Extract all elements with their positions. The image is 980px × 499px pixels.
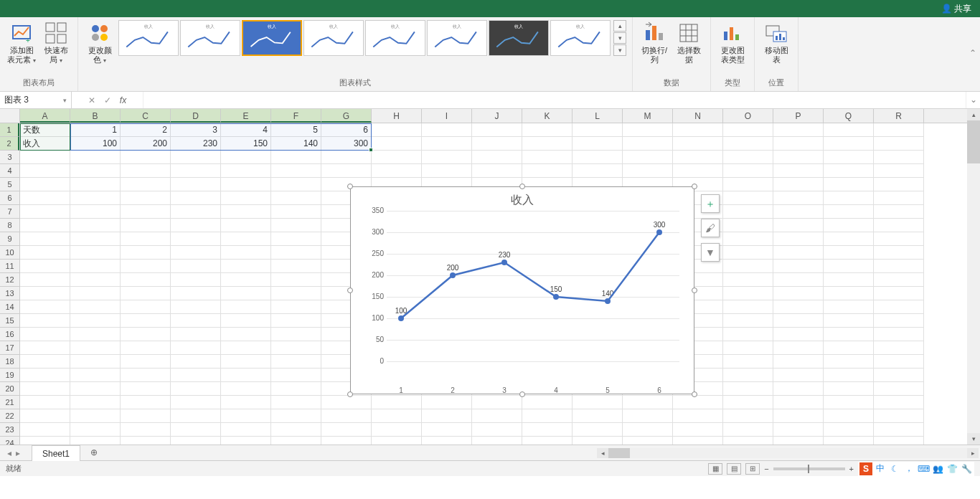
cell-N24[interactable] [673,437,723,445]
cell-R11[interactable] [874,260,924,273]
cell-R8[interactable] [874,219,924,232]
cell-E17[interactable] [221,341,271,355]
cell-B21[interactable] [70,396,121,409]
cell-Q20[interactable] [824,382,874,396]
cell-O18[interactable] [723,355,773,369]
cell-Q12[interactable] [824,273,874,287]
cell-E21[interactable] [221,396,271,409]
cell-G21[interactable] [321,396,372,409]
row-header-10[interactable]: 10 [0,246,19,260]
cell-B10[interactable] [70,246,121,260]
cell-R13[interactable] [874,287,924,300]
cell-O6[interactable] [723,191,773,205]
cell-Q5[interactable] [824,178,874,191]
cell-C2[interactable]: 200 [121,137,171,151]
cell-R6[interactable] [874,191,924,205]
cell-F14[interactable] [271,300,321,314]
cell-D11[interactable] [171,260,221,273]
cell-A20[interactable] [20,382,70,396]
cell-M3[interactable] [623,151,673,164]
cell-B20[interactable] [70,382,121,396]
cell-E13[interactable] [221,287,271,300]
select-data-button[interactable]: 选择数据 [673,20,705,66]
cell-G22[interactable] [321,409,372,423]
cell-B4[interactable] [70,164,121,178]
cell-D3[interactable] [171,151,221,164]
cell-G2[interactable]: 300 [321,137,372,151]
cell-H23[interactable] [372,423,422,437]
tray-icon-0[interactable]: S [859,462,872,475]
cell-Q3[interactable] [824,151,874,164]
cell-O20[interactable] [723,382,773,396]
cell-Q6[interactable] [824,191,874,205]
cell-A10[interactable] [20,246,70,260]
cell-J3[interactable] [472,151,522,164]
cell-B24[interactable] [70,437,121,445]
cell-P22[interactable] [773,409,824,423]
cell-F11[interactable] [271,260,321,273]
cell-Q7[interactable] [824,205,874,219]
cell-B6[interactable] [70,191,121,205]
cell-C24[interactable] [121,437,171,445]
cell-P13[interactable] [773,287,824,300]
cell-F18[interactable] [271,355,321,369]
cell-D14[interactable] [171,300,221,314]
cell-A2[interactable]: 收入 [20,137,70,151]
cell-Q10[interactable] [824,246,874,260]
share-button[interactable]: 👤 共享 [941,3,971,15]
cell-A21[interactable] [20,396,70,409]
cell-D9[interactable] [171,232,221,246]
tray-icon-7[interactable]: 🔧 [960,462,973,475]
cell-Q23[interactable] [824,423,874,437]
cell-J21[interactable] [472,396,522,409]
cell-B15[interactable] [70,314,121,328]
cell-I23[interactable] [422,423,472,437]
cell-P9[interactable] [773,232,824,246]
cell-N4[interactable] [673,164,723,178]
move-chart-button[interactable]: 移动图表 [760,20,792,66]
cell-O16[interactable] [723,328,773,341]
cell-A12[interactable] [20,273,70,287]
cell-F5[interactable] [271,178,321,191]
cell-C6[interactable] [121,191,171,205]
row-header-9[interactable]: 9 [0,232,19,246]
cell-L4[interactable] [573,164,623,178]
change-colors-button[interactable]: 更改颜色 [84,20,116,66]
col-header-H[interactable]: H [372,109,422,123]
cell-I22[interactable] [422,409,472,423]
cell-R1[interactable] [874,123,924,137]
cell-Q11[interactable] [824,260,874,273]
add-chart-element-button[interactable]: + 添加图表元素 [6,20,37,66]
row-header-20[interactable]: 20 [0,382,19,396]
cell-G23[interactable] [321,423,372,437]
col-header-K[interactable]: K [522,109,573,123]
cell-F4[interactable] [271,164,321,178]
cell-D8[interactable] [171,219,221,232]
cell-B7[interactable] [70,205,121,219]
vertical-scrollbar[interactable]: ▴ ▾ [967,109,980,445]
cell-N21[interactable] [673,396,723,409]
cell-C16[interactable] [121,328,171,341]
switch-row-col-button[interactable]: 切换行/列 [639,20,670,66]
col-header-A[interactable]: A [20,109,70,123]
tray-icon-3[interactable]: ， [903,462,915,475]
col-header-O[interactable]: O [723,109,773,123]
cell-Q21[interactable] [824,396,874,409]
cell-R14[interactable] [874,300,924,314]
cell-A15[interactable] [20,314,70,328]
cell-N23[interactable] [673,423,723,437]
cell-O14[interactable] [723,300,773,314]
cell-B2[interactable]: 100 [70,137,121,151]
cell-A11[interactable] [20,260,70,273]
accept-formula-button[interactable]: ✓ [104,95,111,105]
cell-D15[interactable] [171,314,221,328]
cell-R24[interactable] [874,437,924,445]
cell-R19[interactable] [874,369,924,382]
cell-E10[interactable] [221,246,271,260]
cell-R3[interactable] [874,151,924,164]
cell-D19[interactable] [171,369,221,382]
cell-I1[interactable] [422,123,472,137]
cell-B12[interactable] [70,273,121,287]
cell-D17[interactable] [171,341,221,355]
cell-Q19[interactable] [824,369,874,382]
